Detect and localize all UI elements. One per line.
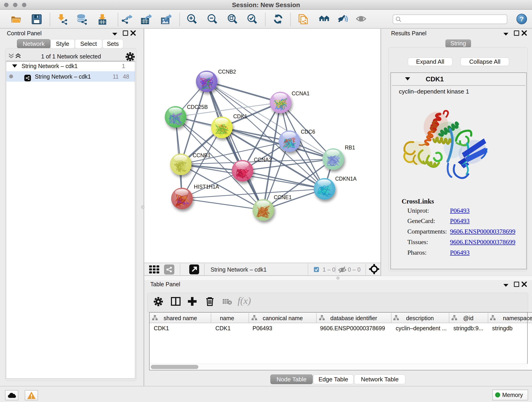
svg-text:CCNB2: CCNB2: [218, 69, 236, 75]
svg-text:CDC6: CDC6: [301, 129, 315, 135]
svg-text:CDKN1A: CDKN1A: [335, 176, 357, 182]
svg-text:RB1: RB1: [345, 145, 355, 151]
svg-text:HIST1H1A: HIST1H1A: [194, 184, 219, 190]
svg-text:CCNA2: CCNA2: [254, 157, 272, 163]
svg-text:CDC25B: CDC25B: [187, 104, 208, 110]
svg-text:CCNB1: CCNB1: [193, 153, 210, 158]
svg-text:CCNA1: CCNA1: [292, 90, 310, 96]
svg-text:CCNE1: CCNE1: [274, 194, 292, 200]
svg-text:CDK1: CDK1: [233, 114, 247, 119]
